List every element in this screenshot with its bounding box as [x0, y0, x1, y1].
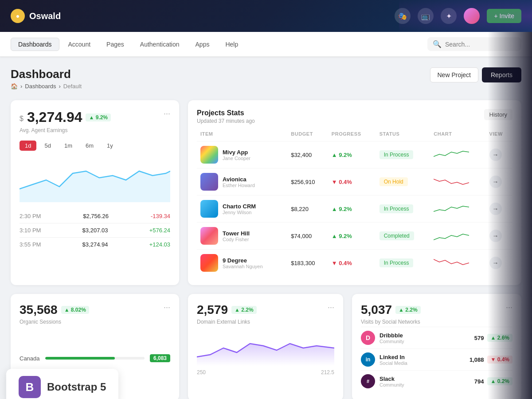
- proj-status-1: In Process: [379, 150, 414, 159]
- page-title-area: Dashboard 🏠 › Dashboards › Default: [11, 67, 82, 90]
- proj-owner-mivy: Jane Cooper: [223, 156, 250, 161]
- proj-progress-3: ▲ 9.2%: [332, 206, 352, 212]
- soc-right-linkedin: 1,088 ▼ 0.4%: [469, 356, 512, 364]
- proj-budget-3: $8,220: [287, 196, 328, 223]
- earnings-more-dots[interactable]: ···: [164, 109, 170, 118]
- col-budget: BUDGET: [287, 131, 328, 141]
- soc-left-slack: # Slack Community: [361, 374, 404, 388]
- proj-view-3[interactable]: →: [489, 203, 502, 215]
- new-project-button[interactable]: New Project: [430, 67, 478, 82]
- organic-more-dots[interactable]: ···: [164, 303, 170, 312]
- er-amount-1: $2,756.26: [83, 213, 109, 219]
- domain-badge: ▲ 2.2%: [231, 306, 257, 314]
- filter-1d[interactable]: 1d: [20, 141, 36, 151]
- share-icon[interactable]: ✦: [441, 8, 457, 24]
- topbar-right: 🎭 📺 ✦ + Invite: [395, 8, 521, 24]
- er-change-3: +124.03: [149, 241, 170, 248]
- proj-progress-4: ▲ 9.2%: [332, 233, 352, 239]
- er-amount-3: $3,274.94: [82, 241, 108, 248]
- nav-items: Dashboards Account Pages Authentication …: [11, 38, 427, 51]
- proj-owner-9degree: Savannah Nguyen: [223, 264, 263, 269]
- slack-icon: #: [361, 374, 375, 388]
- proj-budget-1: $32,400: [287, 141, 328, 168]
- soc-val-linkedin: 1,088: [469, 356, 484, 363]
- col-view: VIEW: [486, 131, 512, 141]
- social-title-area: 5,037 ▲ 2.2% Visits by Social Networks: [361, 303, 421, 325]
- nav-item-dashboards[interactable]: Dashboards: [11, 38, 59, 51]
- proj-progress-2: ▼ 0.4%: [332, 179, 352, 185]
- soc-type-slack: Community: [379, 382, 404, 387]
- proj-status-2: On Hold: [379, 177, 408, 186]
- col-progress: PROGRESS: [328, 131, 376, 141]
- nav-item-pages[interactable]: Pages: [99, 38, 131, 51]
- logo-area: ● Oswald: [11, 9, 61, 23]
- header-buttons: New Project Reports: [430, 67, 522, 82]
- soc-type-dribbble: Community: [379, 339, 404, 344]
- projects-subtitle: Updated 37 minutes ago: [197, 118, 255, 124]
- proj-name-avionica: Avionica: [223, 176, 255, 183]
- breadcrumb-default: Default: [63, 83, 82, 90]
- proj-view-1[interactable]: →: [489, 149, 502, 161]
- proj-owner-tower: Cody Fisher: [223, 237, 250, 242]
- proj-view-4[interactable]: →: [489, 230, 502, 242]
- main-content: Dashboard 🏠 › Dashboards › Default New P…: [0, 57, 532, 399]
- avatar[interactable]: [464, 8, 480, 24]
- proj-view-5[interactable]: →: [489, 257, 502, 269]
- er-time-1: 2:30 PM: [20, 213, 41, 219]
- proj-thumb-avionica: [200, 173, 218, 191]
- organic-badge: ▲ 8.02%: [61, 306, 89, 314]
- soc-type-linkedin: Social Media: [379, 360, 407, 366]
- filter-1m[interactable]: 1m: [59, 141, 78, 151]
- organic-amount: 35,568: [20, 303, 58, 317]
- proj-name-tower: Tower Hill: [223, 230, 250, 237]
- social-networks-card: 5,037 ▲ 2.2% Visits by Social Networks ·…: [352, 294, 521, 399]
- filter-1y[interactable]: 1y: [102, 141, 118, 151]
- proj-chart-2: [434, 175, 469, 188]
- invite-button[interactable]: + Invite: [487, 9, 521, 23]
- bootstrap-label: Bootstrap 5: [47, 381, 106, 393]
- proj-name-mivy: Mivy App: [223, 149, 250, 156]
- proj-progress-1: ▲ 9.2%: [332, 152, 352, 158]
- domain-links-card: 2,579 ▲ 2.2% Domain External Links ···: [188, 294, 343, 399]
- earnings-row-3: 3:55 PM $3,274.94 +124.03: [20, 237, 170, 251]
- mask-icon[interactable]: 🎭: [395, 8, 411, 24]
- table-row: Mivy App Jane Cooper $32,400 ▲ 9.2% In P…: [197, 141, 512, 168]
- table-row: Tower Hill Cody Fisher $74,000 ▲ 9.2% Co…: [197, 223, 512, 250]
- soc-val-slack: 794: [474, 378, 484, 385]
- soc-change-slack: ▲ 0.2%: [487, 377, 512, 385]
- er-change-1: -139.34: [151, 213, 170, 219]
- nav-item-account[interactable]: Account: [61, 38, 98, 51]
- social-row-slack: # Slack Community 794 ▲ 0.2%: [361, 370, 512, 392]
- er-time-3: 3:55 PM: [20, 241, 41, 248]
- proj-item-avionica: Avionica Esther Howard: [200, 173, 284, 191]
- screen-icon[interactable]: 📺: [418, 8, 434, 24]
- nav-item-apps[interactable]: Apps: [188, 38, 217, 51]
- er-change-2: +576.24: [149, 227, 170, 234]
- reports-button[interactable]: Reports: [482, 67, 521, 82]
- nav-item-help[interactable]: Help: [218, 38, 245, 51]
- earnings-rows: 2:30 PM $2,756.26 -139.34 3:10 PM $3,207…: [20, 209, 170, 251]
- breadcrumb-dashboards[interactable]: Dashboards: [25, 83, 56, 90]
- proj-chart-5: [434, 256, 469, 269]
- nav-item-authentication[interactable]: Authentication: [133, 38, 187, 51]
- proj-thumb-mivy: [200, 146, 218, 164]
- proj-item-tower: Tower Hill Cody Fisher: [200, 227, 284, 245]
- table-row: Charto CRM Jenny Wilson $8,220 ▲ 9.2% In…: [197, 196, 512, 223]
- filter-5d[interactable]: 5d: [39, 141, 56, 151]
- history-button[interactable]: History: [484, 109, 512, 120]
- social-more-dots[interactable]: ···: [506, 303, 512, 312]
- domain-more-dots[interactable]: ···: [328, 303, 334, 312]
- bottom-cards-row: 35,568 ▲ 8.02% Organic Sessions ··· Cana…: [11, 294, 521, 399]
- social-row-linkedin: in Linked In Social Media 1,088 ▼ 0.4%: [361, 348, 512, 370]
- proj-thumb-charto: [200, 200, 218, 218]
- col-item: ITEM: [197, 131, 287, 141]
- proj-view-2[interactable]: →: [489, 176, 502, 188]
- secondary-nav: Dashboards Account Pages Authentication …: [0, 32, 532, 57]
- search-input[interactable]: [445, 41, 516, 48]
- country-name: Canada: [20, 355, 40, 362]
- col-status: STATUS: [376, 131, 430, 141]
- country-value: 6,083: [150, 354, 170, 362]
- filter-6m[interactable]: 6m: [80, 141, 99, 151]
- proj-chart-3: [434, 202, 469, 215]
- soc-left-linkedin: in Linked In Social Media: [361, 352, 407, 367]
